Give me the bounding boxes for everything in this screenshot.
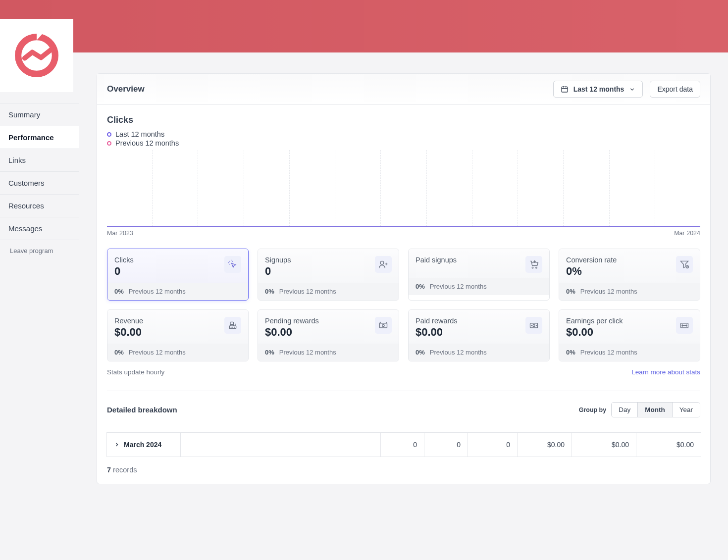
records-number: 7 — [107, 466, 111, 474]
metric-delta: 0% — [114, 349, 124, 356]
metric-value: $0.00 — [566, 326, 623, 339]
metric-pending-rewards[interactable]: Pending rewards $0.00 0% Previous 12 mon… — [258, 309, 399, 361]
user-plus-icon — [375, 256, 392, 273]
svg-point-4 — [380, 261, 384, 264]
date-range-label: Last 12 months — [573, 85, 624, 93]
svg-rect-17 — [380, 323, 387, 328]
svg-point-20 — [533, 324, 535, 326]
row-period-cell: March 2024 — [106, 433, 181, 457]
metric-prev: Previous 12 months — [430, 349, 487, 356]
sidebar-item-customers[interactable]: Customers — [0, 172, 79, 195]
metric-value: 0 — [114, 265, 134, 278]
logo — [0, 19, 73, 92]
main: Overview Last 12 months Export data — [79, 52, 728, 504]
sidebar-item-links[interactable]: Links — [0, 149, 79, 172]
metric-label: Earnings per click — [566, 317, 623, 325]
pending-rewards-icon — [375, 317, 392, 334]
metric-delta: 0% — [114, 288, 124, 295]
legend-current: Last 12 months — [107, 130, 700, 138]
svg-point-18 — [382, 324, 384, 326]
records-label: records — [111, 466, 137, 474]
legend-previous: Previous 12 months — [107, 139, 700, 147]
x-axis-end: Mar 2024 — [674, 230, 700, 237]
row-cell-m1: $0.00 — [518, 433, 572, 457]
metric-prev: Previous 12 months — [430, 283, 487, 290]
metric-label: Paid signups — [416, 256, 457, 264]
cash-register-icon — [224, 317, 241, 334]
svg-point-21 — [531, 325, 532, 326]
metric-revenue[interactable]: Revenue $0.00 0% Previous 12 months — [107, 309, 249, 361]
metric-clicks[interactable]: Clicks 0 0% Previous 12 months — [107, 249, 249, 301]
metric-paid-rewards[interactable]: Paid rewards $0.00 0% Previous 12 months — [408, 309, 550, 361]
metric-signups[interactable]: Signups 0 0% Previous 12 months — [258, 249, 399, 301]
logo-icon — [9, 28, 64, 83]
chart-grid — [107, 150, 700, 227]
metric-prev: Previous 12 months — [580, 288, 637, 295]
row-cell-n1: 0 — [381, 433, 424, 457]
sidebar-item-messages[interactable]: Messages — [0, 217, 79, 240]
metric-delta: 0% — [265, 349, 274, 356]
funnel-icon — [676, 256, 693, 273]
svg-point-14 — [231, 327, 231, 327]
svg-point-8 — [536, 267, 537, 268]
groupby-control: Group by Day Month Year — [579, 402, 700, 417]
metric-paid-signups[interactable]: Paid signups 0% Previous 12 months — [408, 249, 550, 301]
learn-more-link[interactable]: Learn more about stats — [631, 368, 700, 376]
svg-point-7 — [532, 267, 533, 268]
metric-delta: 0% — [265, 288, 274, 295]
leave-program-link[interactable]: Leave program — [0, 240, 79, 261]
legend-previous-label: Previous 12 months — [115, 139, 179, 147]
svg-point-22 — [536, 325, 537, 326]
page-title: Overview — [107, 84, 145, 94]
export-label: Export data — [657, 85, 693, 93]
metric-prev: Previous 12 months — [279, 349, 336, 356]
groupby-label: Group by — [579, 407, 607, 413]
overview-card: Overview Last 12 months Export data — [97, 73, 711, 484]
metric-label: Clicks — [114, 256, 134, 264]
metric-delta: 0% — [416, 349, 425, 356]
metric-value: $0.00 — [114, 326, 143, 339]
sidebar-item-performance[interactable]: Performance — [0, 126, 79, 149]
metric-delta: 0% — [416, 283, 425, 290]
metric-value: $0.00 — [416, 326, 458, 339]
metric-prev: Previous 12 months — [580, 349, 637, 356]
calendar-icon — [561, 85, 569, 93]
click-icon — [224, 256, 241, 273]
metric-label: Revenue — [114, 317, 143, 325]
metric-label: Pending rewards — [265, 317, 319, 325]
metric-label: Conversion rate — [566, 256, 617, 264]
groupby-year[interactable]: Year — [673, 403, 700, 417]
metric-earnings-per-click[interactable]: Earnings per click $0.00 0% Previous 12 … — [559, 309, 700, 361]
metric-prev: Previous 12 months — [129, 349, 186, 356]
metric-prev: Previous 12 months — [279, 288, 336, 295]
sidebar-nav: Summary Performance Links Customers Reso… — [0, 103, 79, 240]
metric-conversion[interactable]: Conversion rate 0% 0% Previous 12 months — [559, 249, 700, 301]
sidebar-item-summary[interactable]: Summary — [0, 103, 79, 126]
svg-rect-0 — [562, 87, 568, 92]
export-button[interactable]: Export data — [650, 81, 700, 98]
row-period: March 2024 — [124, 441, 161, 449]
groupby-day[interactable]: Day — [612, 403, 638, 417]
metric-delta: 0% — [566, 349, 575, 356]
chevron-down-icon — [629, 86, 635, 93]
cash-icon — [525, 317, 542, 334]
legend-current-label: Last 12 months — [115, 130, 164, 138]
metrics-grid: Clicks 0 0% Previous 12 months — [107, 249, 700, 361]
section-divider — [107, 391, 700, 391]
metric-delta: 0% — [566, 288, 575, 295]
sidebar-item-resources[interactable]: Resources — [0, 195, 79, 217]
breakdown-title: Detailed breakdown — [107, 406, 177, 414]
metric-label: Paid rewards — [416, 317, 458, 325]
date-range-dropdown[interactable]: Last 12 months — [553, 81, 643, 98]
metric-value: $0.00 — [265, 326, 319, 339]
groupby-month[interactable]: Month — [638, 403, 672, 417]
svg-point-15 — [233, 327, 233, 327]
sidebar: Summary Performance Links Customers Reso… — [0, 19, 79, 504]
cart-plus-icon — [525, 256, 542, 273]
svg-point-16 — [234, 327, 235, 327]
card-header: Overview Last 12 months Export data — [97, 74, 710, 105]
legend-dot-icon — [107, 132, 111, 137]
row-cell-n3: 0 — [468, 433, 518, 457]
row-cell-empty — [181, 433, 381, 457]
table-row[interactable]: March 2024 0 0 0 $0.00 $0.00 $0.00 — [106, 433, 701, 457]
